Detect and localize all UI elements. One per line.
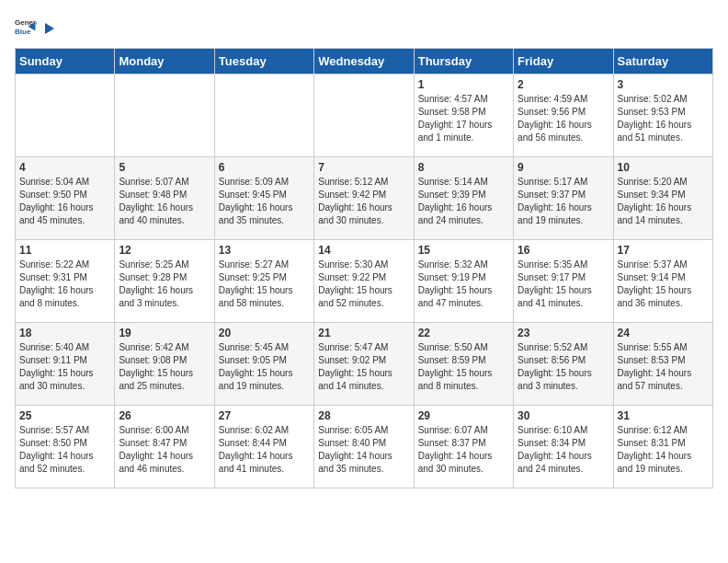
calendar-cell xyxy=(115,75,214,157)
day-info: Sunrise: 6:10 AM Sunset: 8:34 PM Dayligh… xyxy=(518,424,609,476)
day-info: Sunrise: 5:04 AM Sunset: 9:50 PM Dayligh… xyxy=(19,176,110,227)
day-info: Sunrise: 4:57 AM Sunset: 9:58 PM Dayligh… xyxy=(418,93,509,144)
week-row-2: 4Sunrise: 5:04 AM Sunset: 9:50 PM Daylig… xyxy=(16,157,713,240)
day-info: Sunrise: 5:40 AM Sunset: 9:11 PM Dayligh… xyxy=(19,341,110,393)
calendar-cell: 22Sunrise: 5:50 AM Sunset: 8:59 PM Dayli… xyxy=(414,323,513,406)
calendar-cell xyxy=(16,75,115,157)
day-info: Sunrise: 5:25 AM Sunset: 9:28 PM Dayligh… xyxy=(119,259,210,310)
day-number: 21 xyxy=(318,327,409,339)
day-number: 3 xyxy=(618,78,709,91)
weekday-header-sunday: Sunday xyxy=(16,49,115,75)
calendar-cell: 14Sunrise: 5:30 AM Sunset: 9:22 PM Dayli… xyxy=(314,240,414,323)
day-number: 27 xyxy=(219,409,310,422)
calendar-cell: 15Sunrise: 5:32 AM Sunset: 9:19 PM Dayli… xyxy=(414,240,513,323)
calendar-table: SundayMondayTuesdayWednesdayThursdayFrid… xyxy=(15,48,713,488)
calendar-cell: 31Sunrise: 6:12 AM Sunset: 8:31 PM Dayli… xyxy=(613,406,712,488)
weekday-header-tuesday: Tuesday xyxy=(214,49,313,75)
day-info: Sunrise: 5:45 AM Sunset: 9:05 PM Dayligh… xyxy=(219,341,310,393)
calendar-cell xyxy=(214,75,313,157)
day-number: 7 xyxy=(318,161,409,174)
day-number: 30 xyxy=(518,409,609,422)
day-number: 18 xyxy=(19,327,110,339)
weekday-header-saturday: Saturday xyxy=(613,49,712,75)
week-row-3: 11Sunrise: 5:22 AM Sunset: 9:31 PM Dayli… xyxy=(16,240,713,323)
day-info: Sunrise: 5:50 AM Sunset: 8:59 PM Dayligh… xyxy=(418,341,509,393)
calendar-cell: 18Sunrise: 5:40 AM Sunset: 9:11 PM Dayli… xyxy=(16,323,115,406)
day-number: 1 xyxy=(418,78,509,91)
calendar-cell: 10Sunrise: 5:20 AM Sunset: 9:34 PM Dayli… xyxy=(613,157,712,240)
weekday-header-thursday: Thursday xyxy=(414,49,513,75)
weekday-header-monday: Monday xyxy=(115,49,214,75)
day-number: 4 xyxy=(19,161,110,174)
day-info: Sunrise: 5:27 AM Sunset: 9:25 PM Dayligh… xyxy=(219,259,310,310)
day-info: Sunrise: 5:32 AM Sunset: 9:19 PM Dayligh… xyxy=(418,259,509,310)
day-number: 16 xyxy=(518,244,609,257)
day-number: 28 xyxy=(318,409,409,422)
week-row-1: 1Sunrise: 4:57 AM Sunset: 9:58 PM Daylig… xyxy=(16,75,713,157)
calendar-cell: 2Sunrise: 4:59 AM Sunset: 9:56 PM Daylig… xyxy=(514,75,613,157)
calendar-cell: 23Sunrise: 5:52 AM Sunset: 8:56 PM Dayli… xyxy=(514,323,613,406)
calendar-cell: 11Sunrise: 5:22 AM Sunset: 9:31 PM Dayli… xyxy=(16,240,115,323)
calendar-cell: 4Sunrise: 5:04 AM Sunset: 9:50 PM Daylig… xyxy=(16,157,115,240)
day-number: 15 xyxy=(418,244,509,257)
calendar-cell: 19Sunrise: 5:42 AM Sunset: 9:08 PM Dayli… xyxy=(115,323,214,406)
weekday-header-row: SundayMondayTuesdayWednesdayThursdayFrid… xyxy=(16,49,713,75)
calendar-cell: 9Sunrise: 5:17 AM Sunset: 9:37 PM Daylig… xyxy=(514,157,613,240)
day-number: 10 xyxy=(618,161,709,174)
calendar-cell: 30Sunrise: 6:10 AM Sunset: 8:34 PM Dayli… xyxy=(514,406,613,488)
day-info: Sunrise: 5:55 AM Sunset: 8:53 PM Dayligh… xyxy=(618,341,709,393)
day-info: Sunrise: 5:37 AM Sunset: 9:14 PM Dayligh… xyxy=(618,259,709,310)
day-number: 26 xyxy=(119,409,210,422)
day-number: 31 xyxy=(618,409,709,422)
day-number: 24 xyxy=(618,327,709,339)
day-info: Sunrise: 4:59 AM Sunset: 9:56 PM Dayligh… xyxy=(518,93,609,144)
calendar-cell: 28Sunrise: 6:05 AM Sunset: 8:40 PM Dayli… xyxy=(314,406,414,488)
calendar-cell: 8Sunrise: 5:14 AM Sunset: 9:39 PM Daylig… xyxy=(414,157,513,240)
weekday-header-friday: Friday xyxy=(514,49,613,75)
day-info: Sunrise: 5:20 AM Sunset: 9:34 PM Dayligh… xyxy=(618,176,709,227)
day-number: 13 xyxy=(219,244,310,257)
day-info: Sunrise: 6:00 AM Sunset: 8:47 PM Dayligh… xyxy=(119,424,210,476)
day-number: 6 xyxy=(219,161,310,174)
day-number: 9 xyxy=(518,161,609,174)
logo-arrow-icon xyxy=(41,21,56,36)
header: General Blue xyxy=(15,15,713,37)
day-number: 5 xyxy=(119,161,210,174)
calendar-cell: 26Sunrise: 6:00 AM Sunset: 8:47 PM Dayli… xyxy=(115,406,214,488)
day-info: Sunrise: 5:09 AM Sunset: 9:45 PM Dayligh… xyxy=(219,176,310,227)
week-row-5: 25Sunrise: 5:57 AM Sunset: 8:50 PM Dayli… xyxy=(16,406,713,488)
calendar-cell: 13Sunrise: 5:27 AM Sunset: 9:25 PM Dayli… xyxy=(214,240,313,323)
day-info: Sunrise: 5:14 AM Sunset: 9:39 PM Dayligh… xyxy=(418,176,509,227)
day-info: Sunrise: 6:05 AM Sunset: 8:40 PM Dayligh… xyxy=(318,424,409,476)
day-number: 2 xyxy=(518,78,609,91)
calendar-cell: 24Sunrise: 5:55 AM Sunset: 8:53 PM Dayli… xyxy=(613,323,712,406)
calendar-cell: 6Sunrise: 5:09 AM Sunset: 9:45 PM Daylig… xyxy=(214,157,313,240)
day-info: Sunrise: 5:30 AM Sunset: 9:22 PM Dayligh… xyxy=(318,259,409,310)
day-number: 11 xyxy=(19,244,110,257)
day-info: Sunrise: 6:07 AM Sunset: 8:37 PM Dayligh… xyxy=(418,424,509,476)
calendar-cell: 27Sunrise: 6:02 AM Sunset: 8:44 PM Dayli… xyxy=(214,406,313,488)
day-number: 17 xyxy=(618,244,709,257)
calendar-cell: 20Sunrise: 5:45 AM Sunset: 9:05 PM Dayli… xyxy=(214,323,313,406)
calendar-cell: 17Sunrise: 5:37 AM Sunset: 9:14 PM Dayli… xyxy=(613,240,712,323)
day-number: 25 xyxy=(19,409,110,422)
day-info: Sunrise: 5:47 AM Sunset: 9:02 PM Dayligh… xyxy=(318,341,409,393)
calendar-cell: 1Sunrise: 4:57 AM Sunset: 9:58 PM Daylig… xyxy=(414,75,513,157)
week-row-4: 18Sunrise: 5:40 AM Sunset: 9:11 PM Dayli… xyxy=(16,323,713,406)
day-info: Sunrise: 5:12 AM Sunset: 9:42 PM Dayligh… xyxy=(318,176,409,227)
calendar-cell: 3Sunrise: 5:02 AM Sunset: 9:53 PM Daylig… xyxy=(613,75,712,157)
day-info: Sunrise: 5:57 AM Sunset: 8:50 PM Dayligh… xyxy=(19,424,110,476)
day-number: 8 xyxy=(418,161,509,174)
calendar-cell: 5Sunrise: 5:07 AM Sunset: 9:48 PM Daylig… xyxy=(115,157,214,240)
day-info: Sunrise: 5:07 AM Sunset: 9:48 PM Dayligh… xyxy=(119,176,210,227)
calendar-cell: 21Sunrise: 5:47 AM Sunset: 9:02 PM Dayli… xyxy=(314,323,414,406)
day-number: 22 xyxy=(418,327,509,339)
day-info: Sunrise: 5:35 AM Sunset: 9:17 PM Dayligh… xyxy=(518,259,609,310)
calendar-cell: 16Sunrise: 5:35 AM Sunset: 9:17 PM Dayli… xyxy=(514,240,613,323)
day-number: 23 xyxy=(518,327,609,339)
day-info: Sunrise: 5:42 AM Sunset: 9:08 PM Dayligh… xyxy=(119,341,210,393)
weekday-header-wednesday: Wednesday xyxy=(314,49,414,75)
calendar-cell: 29Sunrise: 6:07 AM Sunset: 8:37 PM Dayli… xyxy=(414,406,513,488)
calendar-cell: 25Sunrise: 5:57 AM Sunset: 8:50 PM Dayli… xyxy=(16,406,115,488)
day-number: 19 xyxy=(119,327,210,339)
